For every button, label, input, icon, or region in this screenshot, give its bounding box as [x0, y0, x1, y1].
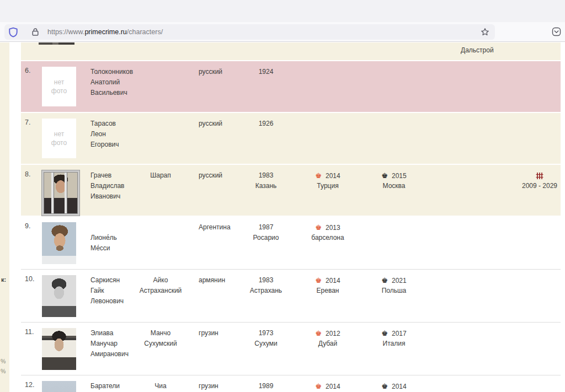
- https-lock-icon[interactable]: [31, 28, 39, 36]
- birth-cell: 1987 Росарио: [237, 222, 295, 243]
- patronymic: Иванович: [90, 191, 136, 202]
- surname: Баратели: [90, 381, 136, 391]
- firstname: Манучар: [90, 339, 136, 349]
- portrait-photo[interactable]: [42, 381, 76, 392]
- birth-place: Росарио: [237, 233, 295, 243]
- patronymic: Егорович: [90, 139, 136, 150]
- no-photo-placeholder[interactable]: нет фото: [42, 67, 76, 106]
- patronymic: Ме́сси: [90, 243, 136, 254]
- character-row-10: 10. Саркисян Гайк Левонович Айко Астраха…: [21, 270, 561, 323]
- birth-cell: 1983 Казань: [237, 170, 295, 191]
- firstname: Владислав: [90, 181, 136, 191]
- name-cell[interactable]: Тарасов Леон Егорович: [90, 119, 136, 150]
- no-photo-placeholder[interactable]: нет фото: [42, 119, 76, 158]
- ethnicity-cell: русский: [185, 119, 237, 129]
- no-photo-text: фото: [51, 138, 67, 147]
- ethnicity-cell: армянин: [185, 275, 237, 286]
- birth-cell: 1973 Сухуми: [237, 328, 295, 349]
- black-crown-icon: ♚: [381, 383, 388, 390]
- ethnicity-cell: Аргентина: [185, 222, 237, 233]
- patronymic: Васильевич: [90, 88, 136, 98]
- ethnicity: русский: [199, 67, 237, 77]
- ethnicity: русский: [199, 170, 237, 181]
- url-domain: primecrime.ru: [84, 28, 126, 36]
- crown-place: Италия: [361, 339, 427, 349]
- birth-year: 1973: [237, 328, 295, 339]
- birth-year: 1926: [237, 119, 295, 129]
- row-number: 7.: [21, 119, 42, 126]
- tracking-protection-shield-icon[interactable]: [8, 27, 18, 37]
- black-crown-icon: ♚: [381, 277, 388, 284]
- browser-toolbar: https://www.primecrime.ru/characters/: [0, 22, 565, 42]
- portrait-photo[interactable]: [42, 275, 76, 317]
- browser-tab-strip: [0, 0, 565, 22]
- name-cell[interactable]: Грачев Владислав Иванович: [90, 170, 136, 202]
- birth-year: 1924: [237, 67, 295, 77]
- name-cell[interactable]: Элиава Манучар Амиранович: [90, 328, 136, 359]
- crowned-cell: ♚2014 Турция: [295, 170, 361, 191]
- url-input[interactable]: https://www.primecrime.ru/characters/: [4, 24, 495, 40]
- firstname: Лионе́ль: [90, 233, 136, 243]
- surname: Толоконников: [90, 67, 136, 77]
- orange-crown-icon: ♚: [315, 224, 322, 231]
- url-path: /characters/: [127, 28, 163, 36]
- character-row-8: 8. Грачев Владислав Иванович Шарап русск…: [21, 165, 561, 216]
- crown-year: 2017: [392, 330, 407, 337]
- portrait-photo[interactable]: [42, 222, 76, 264]
- portrait-photo[interactable]: [42, 328, 76, 370]
- nickname: Айко: [136, 275, 185, 286]
- name-cell[interactable]: Саркисян Гайк Левонович: [90, 275, 136, 307]
- bookmark-star-icon[interactable]: [481, 28, 489, 36]
- mugshot-photo[interactable]: [42, 170, 79, 216]
- surname: Тарасов: [90, 119, 136, 129]
- firstname: Леон: [90, 129, 136, 139]
- firstname: Анатолий: [90, 77, 136, 88]
- crown-year: 2014: [326, 172, 340, 180]
- nickname: Манчо: [136, 328, 185, 339]
- name-cell[interactable]: Толоконников Анатолий Васильевич: [90, 67, 136, 98]
- left-panel-fragment: к: % %: [0, 42, 9, 392]
- surname: Саркисян: [90, 275, 136, 286]
- crown-place: Турция: [295, 181, 361, 191]
- surname: [90, 222, 136, 233]
- no-photo-text: фото: [51, 87, 67, 95]
- orange-crown-icon: ♚: [315, 383, 322, 390]
- birth-cell: 1983 Астрахань: [237, 275, 295, 296]
- left-panel-percent-2: %: [1, 368, 6, 374]
- birth-cell: 1924: [237, 67, 295, 77]
- crown-year: 2015: [392, 172, 407, 180]
- name-cell[interactable]: Баратели: [90, 381, 136, 391]
- name-cell[interactable]: Лионе́ль Ме́сси: [90, 222, 136, 254]
- nickname-cell: Шарап: [136, 170, 185, 181]
- row-number: 8.: [21, 170, 42, 178]
- prison-years: 2009 - 2029: [519, 181, 561, 191]
- row-number: 6.: [21, 67, 42, 74]
- crown-place: Ереван: [295, 286, 361, 296]
- prison-place-label: Дальстрой: [461, 46, 494, 54]
- crowned-cell-2: ♚2017 Италия: [361, 328, 427, 349]
- crown-year: 2021: [392, 277, 407, 284]
- birth-cell: 1989: [237, 381, 295, 391]
- crown-place: Москва: [361, 181, 427, 191]
- firstname: Гайк: [90, 286, 136, 296]
- pocket-icon[interactable]: [552, 27, 561, 36]
- ethnicity: русский: [199, 119, 237, 129]
- birth-cell: 1926: [237, 119, 295, 129]
- crowned-cell: ♚2012 Дубай: [295, 328, 361, 349]
- characters-table: Дальстрой 6. нет фото Толоконников Анато…: [21, 42, 561, 392]
- birth-year: 1987: [237, 222, 295, 233]
- ethnicity-cell: грузин: [185, 328, 237, 339]
- photo-sliver: [39, 42, 74, 45]
- crown-year: 2013: [326, 224, 340, 232]
- nickname: Астраханский: [136, 286, 185, 296]
- no-photo-text: нет: [54, 130, 64, 138]
- left-panel-percent-1: %: [1, 358, 6, 364]
- nickname-cell: Манчо Сухумский: [136, 328, 185, 349]
- row-number: 9.: [21, 222, 42, 230]
- crowned-cell-2: ♚2021 Польша: [361, 275, 427, 296]
- prison-bars-icon: [536, 172, 543, 180]
- nickname: Чиа: [136, 381, 185, 391]
- crown-year: 2014: [326, 383, 340, 390]
- birth-place: Астрахань: [237, 286, 295, 296]
- row-number: 11.: [21, 328, 42, 336]
